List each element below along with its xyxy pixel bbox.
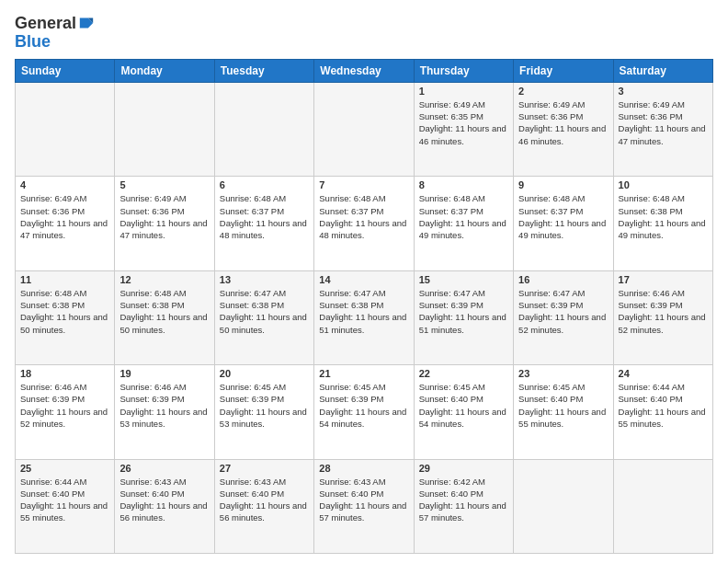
week-row-4: 18 Sunrise: 6:46 AMSunset: 6:39 PMDaylig… <box>16 365 713 459</box>
day-cell: 25 Sunrise: 6:44 AMSunset: 6:40 PMDaylig… <box>16 459 115 553</box>
day-cell: 28 Sunrise: 6:43 AMSunset: 6:40 PMDaylig… <box>314 459 414 553</box>
day-cell: 7 Sunrise: 6:48 AMSunset: 6:37 PMDayligh… <box>314 177 414 270</box>
day-number: 23 <box>518 368 608 379</box>
day-cell: 14 Sunrise: 6:47 AMSunset: 6:38 PMDaylig… <box>314 270 414 364</box>
day-cell: 27 Sunrise: 6:43 AMSunset: 6:40 PMDaylig… <box>214 459 313 553</box>
logo-text: General Blue <box>15 15 95 52</box>
day-info: Sunrise: 6:48 AMSunset: 6:38 PMDaylight:… <box>619 192 708 241</box>
day-info: Sunrise: 6:42 AMSunset: 6:40 PMDaylight:… <box>419 476 508 524</box>
logo-general: General <box>15 15 76 33</box>
header: General Blue <box>15 15 713 52</box>
day-number: 13 <box>220 274 309 285</box>
day-number: 19 <box>119 368 209 379</box>
day-cell <box>314 82 414 176</box>
day-info: Sunrise: 6:49 AMSunset: 6:36 PMDaylight:… <box>20 192 109 241</box>
day-number: 2 <box>518 86 608 97</box>
day-cell: 19 Sunrise: 6:46 AMSunset: 6:39 PMDaylig… <box>115 365 214 459</box>
day-number: 14 <box>319 274 408 285</box>
day-cell: 15 Sunrise: 6:47 AMSunset: 6:39 PMDaylig… <box>414 270 513 364</box>
logo-icon <box>78 15 95 31</box>
day-header-sunday: Sunday <box>16 59 115 82</box>
day-header-tuesday: Tuesday <box>214 59 313 82</box>
day-cell: 12 Sunrise: 6:48 AMSunset: 6:38 PMDaylig… <box>115 270 214 364</box>
day-info: Sunrise: 6:49 AMSunset: 6:35 PMDaylight:… <box>419 98 508 147</box>
day-info: Sunrise: 6:43 AMSunset: 6:40 PMDaylight:… <box>119 476 209 524</box>
day-number: 17 <box>619 274 708 285</box>
day-cell <box>514 459 613 553</box>
day-number: 26 <box>119 463 209 474</box>
day-info: Sunrise: 6:46 AMSunset: 6:39 PMDaylight:… <box>619 287 708 336</box>
day-number: 20 <box>220 368 309 379</box>
calendar-table: SundayMondayTuesdayWednesdayThursdayFrid… <box>15 59 713 554</box>
week-row-2: 4 Sunrise: 6:49 AMSunset: 6:36 PMDayligh… <box>16 177 713 270</box>
day-info: Sunrise: 6:45 AMSunset: 6:40 PMDaylight:… <box>518 381 608 430</box>
day-info: Sunrise: 6:47 AMSunset: 6:38 PMDaylight:… <box>220 287 309 336</box>
day-cell: 18 Sunrise: 6:46 AMSunset: 6:39 PMDaylig… <box>16 365 115 459</box>
day-info: Sunrise: 6:48 AMSunset: 6:37 PMDaylight:… <box>518 192 608 241</box>
day-number: 16 <box>518 274 608 285</box>
logo-blue: Blue <box>15 32 51 51</box>
day-number: 15 <box>419 274 508 285</box>
day-number: 25 <box>20 463 109 474</box>
day-cell: 21 Sunrise: 6:45 AMSunset: 6:39 PMDaylig… <box>314 365 414 459</box>
day-cell: 24 Sunrise: 6:44 AMSunset: 6:40 PMDaylig… <box>613 365 712 459</box>
day-cell: 10 Sunrise: 6:48 AMSunset: 6:38 PMDaylig… <box>613 177 712 270</box>
day-info: Sunrise: 6:43 AMSunset: 6:40 PMDaylight:… <box>220 476 309 524</box>
day-info: Sunrise: 6:49 AMSunset: 6:36 PMDaylight:… <box>619 98 708 147</box>
day-cell <box>613 459 712 553</box>
day-number: 27 <box>220 463 309 474</box>
day-number: 9 <box>518 179 608 190</box>
day-number: 10 <box>619 179 708 190</box>
day-cell <box>214 82 313 176</box>
day-cell: 3 Sunrise: 6:49 AMSunset: 6:36 PMDayligh… <box>613 82 712 176</box>
day-cell: 17 Sunrise: 6:46 AMSunset: 6:39 PMDaylig… <box>613 270 712 364</box>
day-info: Sunrise: 6:44 AMSunset: 6:40 PMDaylight:… <box>20 476 109 524</box>
day-number: 29 <box>419 463 508 474</box>
day-header-friday: Friday <box>514 59 613 82</box>
day-cell: 16 Sunrise: 6:47 AMSunset: 6:39 PMDaylig… <box>514 270 613 364</box>
day-cell: 2 Sunrise: 6:49 AMSunset: 6:36 PMDayligh… <box>514 82 613 176</box>
day-number: 24 <box>619 368 708 379</box>
day-number: 3 <box>619 86 708 97</box>
day-info: Sunrise: 6:46 AMSunset: 6:39 PMDaylight:… <box>20 381 109 430</box>
day-info: Sunrise: 6:45 AMSunset: 6:39 PMDaylight:… <box>319 381 408 430</box>
day-cell: 1 Sunrise: 6:49 AMSunset: 6:35 PMDayligh… <box>414 82 513 176</box>
day-info: Sunrise: 6:47 AMSunset: 6:39 PMDaylight:… <box>419 287 508 336</box>
week-row-1: 1 Sunrise: 6:49 AMSunset: 6:35 PMDayligh… <box>16 82 713 176</box>
page: General Blue SundayMondayTuesdayWednesda… <box>0 0 728 563</box>
day-number: 6 <box>220 179 309 190</box>
day-number: 12 <box>119 274 209 285</box>
day-info: Sunrise: 6:48 AMSunset: 6:38 PMDaylight:… <box>20 287 109 336</box>
day-number: 22 <box>419 368 508 379</box>
day-info: Sunrise: 6:47 AMSunset: 6:39 PMDaylight:… <box>518 287 608 336</box>
day-cell: 8 Sunrise: 6:48 AMSunset: 6:37 PMDayligh… <box>414 177 513 270</box>
day-info: Sunrise: 6:49 AMSunset: 6:36 PMDaylight:… <box>119 192 209 241</box>
day-number: 8 <box>419 179 508 190</box>
day-number: 11 <box>20 274 109 285</box>
day-number: 4 <box>20 179 109 190</box>
day-info: Sunrise: 6:45 AMSunset: 6:39 PMDaylight:… <box>220 381 309 430</box>
day-info: Sunrise: 6:48 AMSunset: 6:38 PMDaylight:… <box>119 287 209 336</box>
day-number: 28 <box>319 463 408 474</box>
week-row-3: 11 Sunrise: 6:48 AMSunset: 6:38 PMDaylig… <box>16 270 713 364</box>
day-cell: 5 Sunrise: 6:49 AMSunset: 6:36 PMDayligh… <box>115 177 214 270</box>
day-cell <box>16 82 115 176</box>
day-info: Sunrise: 6:49 AMSunset: 6:36 PMDaylight:… <box>518 98 608 147</box>
day-header-wednesday: Wednesday <box>314 59 414 82</box>
day-info: Sunrise: 6:48 AMSunset: 6:37 PMDaylight:… <box>220 192 309 241</box>
day-info: Sunrise: 6:48 AMSunset: 6:37 PMDaylight:… <box>419 192 508 241</box>
day-info: Sunrise: 6:47 AMSunset: 6:38 PMDaylight:… <box>319 287 408 336</box>
day-cell: 22 Sunrise: 6:45 AMSunset: 6:40 PMDaylig… <box>414 365 513 459</box>
day-number: 7 <box>319 179 408 190</box>
day-info: Sunrise: 6:44 AMSunset: 6:40 PMDaylight:… <box>619 381 708 430</box>
day-number: 21 <box>319 368 408 379</box>
day-cell: 9 Sunrise: 6:48 AMSunset: 6:37 PMDayligh… <box>514 177 613 270</box>
day-header-thursday: Thursday <box>414 59 513 82</box>
day-info: Sunrise: 6:48 AMSunset: 6:37 PMDaylight:… <box>319 192 408 241</box>
day-number: 18 <box>20 368 109 379</box>
day-number: 5 <box>119 179 209 190</box>
day-header-saturday: Saturday <box>613 59 712 82</box>
day-cell: 4 Sunrise: 6:49 AMSunset: 6:36 PMDayligh… <box>16 177 115 270</box>
day-info: Sunrise: 6:46 AMSunset: 6:39 PMDaylight:… <box>119 381 209 430</box>
day-cell: 26 Sunrise: 6:43 AMSunset: 6:40 PMDaylig… <box>115 459 214 553</box>
